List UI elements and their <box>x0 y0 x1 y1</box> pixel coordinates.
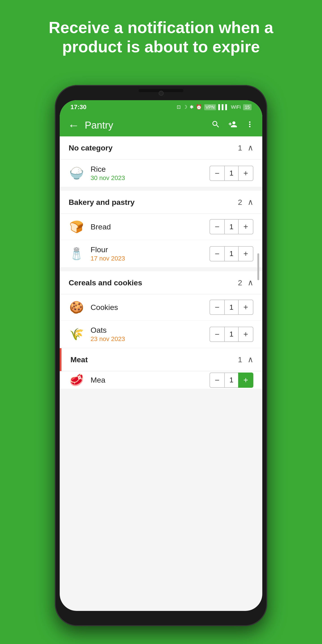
rice-increase-button[interactable]: + <box>238 166 253 181</box>
alarm-icon: ⏰ <box>196 104 202 110</box>
category-no-category[interactable]: No category 1 ∧ <box>60 136 262 160</box>
oats-increase-button[interactable]: + <box>238 327 253 342</box>
flour-decrease-button[interactable]: − <box>210 246 225 262</box>
product-row-cookies: 🍪 Cookies − 1 + <box>60 294 262 320</box>
phone-screen: 17:30 ⊡ ☽ ✱ ⏰ VPN ▌▌▌ WiFi 15 ← Pantry <box>60 100 262 611</box>
signal-icon: ▌▌▌ <box>218 104 229 110</box>
meat-partial-name: Mea <box>90 376 210 384</box>
cookies-qty-value: 1 <box>225 300 238 315</box>
flour-date: 17 nov 2023 <box>90 255 210 262</box>
flour-icon: 🧂 <box>69 247 84 260</box>
product-row-flour: 🧂 Flour 17 nov 2023 − 1 + <box>60 240 262 268</box>
bread-qty-controls: − 1 + <box>210 219 253 234</box>
category-bakery-count: 2 <box>238 198 242 206</box>
category-no-category-chevron: ∧ <box>248 143 253 152</box>
cookies-qty-controls: − 1 + <box>210 300 253 315</box>
vpn-icon: VPN <box>204 104 216 110</box>
oats-info: Oats 23 nov 2023 <box>90 326 210 342</box>
category-meat-count: 1 <box>238 355 242 364</box>
rice-icon: 🍚 <box>69 166 84 180</box>
meat-decrease-button[interactable]: − <box>210 372 225 388</box>
status-bar: 17:30 ⊡ ☽ ✱ ⏰ VPN ▌▌▌ WiFi 15 <box>60 100 262 114</box>
app-bar-actions <box>211 120 254 131</box>
oats-qty-value: 1 <box>225 327 238 342</box>
meat-increase-button[interactable]: + <box>238 372 253 388</box>
flour-increase-button[interactable]: + <box>238 246 253 262</box>
back-button[interactable]: ← <box>68 118 80 132</box>
category-cereals-label: Cereals and cookies <box>69 278 238 287</box>
flour-info: Flour 17 nov 2023 <box>90 245 210 262</box>
content-area: No category 1 ∧ 🍚 Rice 30 nov 2023 − 1 + <box>60 136 262 389</box>
bread-decrease-button[interactable]: − <box>210 219 225 234</box>
more-options-icon[interactable] <box>245 120 254 131</box>
category-bakery[interactable]: Bakery and pastry 2 ∧ <box>60 191 262 214</box>
status-icons: ⊡ ☽ ✱ ⏰ VPN ▌▌▌ WiFi 15 <box>177 104 252 110</box>
app-bar: ← Pantry <box>60 114 262 136</box>
meat-qty-controls: − 1 + <box>210 372 253 388</box>
phone-camera <box>159 91 164 96</box>
meat-icon: 🥩 <box>69 373 84 387</box>
oats-icon: 🌾 <box>69 327 84 341</box>
category-cereals-chevron: ∧ <box>248 278 253 287</box>
cookies-name: Cookies <box>90 303 210 312</box>
rice-name: Rice <box>90 165 210 174</box>
search-icon[interactable] <box>211 120 220 131</box>
hero-section: Receive a notification when a product is… <box>0 0 322 70</box>
app-title: Pantry <box>85 120 211 131</box>
status-time: 17:30 <box>70 104 86 111</box>
product-row-bread: 🍞 Bread − 1 + <box>60 214 262 240</box>
cookies-info: Cookies <box>90 303 210 312</box>
wifi-icon: WiFi <box>231 104 241 110</box>
category-bakery-label: Bakery and pastry <box>69 198 238 206</box>
oats-qty-controls: − 1 + <box>210 327 253 342</box>
cookies-icon: 🍪 <box>69 300 84 314</box>
bread-increase-button[interactable]: + <box>238 219 253 234</box>
rice-date: 30 nov 2023 <box>90 174 210 182</box>
rice-qty-value: 1 <box>225 166 238 181</box>
category-meat-chevron: ∧ <box>248 355 253 364</box>
oats-date: 23 nov 2023 <box>90 336 210 342</box>
product-row-oats: 🌾 Oats 23 nov 2023 − 1 + <box>60 320 262 348</box>
product-row-rice: 🍚 Rice 30 nov 2023 − 1 + <box>60 160 262 187</box>
category-bakery-chevron: ∧ <box>248 198 253 207</box>
category-meat[interactable]: Meat 1 ∧ <box>60 348 262 371</box>
battery-icon: 15 <box>243 104 252 110</box>
flour-qty-controls: − 1 + <box>210 246 253 262</box>
oats-decrease-button[interactable]: − <box>210 327 225 342</box>
rice-decrease-button[interactable]: − <box>210 166 225 181</box>
flour-name: Flour <box>90 245 210 254</box>
hero-text: Receive a notification when a product is… <box>0 0 322 70</box>
bread-icon: 🍞 <box>69 220 84 234</box>
add-person-icon[interactable] <box>228 120 237 131</box>
meat-partial-info: Mea <box>90 376 210 384</box>
phone-container: 17:30 ⊡ ☽ ✱ ⏰ VPN ▌▌▌ WiFi 15 ← Pantry <box>55 85 267 626</box>
nfc-icon: ⊡ <box>177 104 181 110</box>
bread-info: Bread <box>90 222 210 231</box>
bread-name: Bread <box>90 222 210 231</box>
cookies-decrease-button[interactable]: − <box>210 300 225 315</box>
scrollbar <box>258 253 259 280</box>
category-no-category-count: 1 <box>238 144 242 152</box>
bluetooth-icon: ✱ <box>190 104 194 110</box>
meat-qty-value: 1 <box>225 372 238 388</box>
category-cereals-count: 2 <box>238 278 242 287</box>
category-cereals[interactable]: Cereals and cookies 2 ∧ <box>60 271 262 294</box>
oats-name: Oats <box>90 326 210 334</box>
flour-qty-value: 1 <box>225 246 238 262</box>
category-no-category-label: No category <box>69 144 238 152</box>
category-meat-label: Meat <box>70 355 238 364</box>
rice-info: Rice 30 nov 2023 <box>90 165 210 182</box>
moon-icon: ☽ <box>183 104 188 110</box>
product-row-meat-partial: 🥩 Mea − 1 + <box>60 371 262 389</box>
rice-qty-controls: − 1 + <box>210 166 253 181</box>
bread-qty-value: 1 <box>225 219 238 234</box>
cookies-increase-button[interactable]: + <box>238 300 253 315</box>
